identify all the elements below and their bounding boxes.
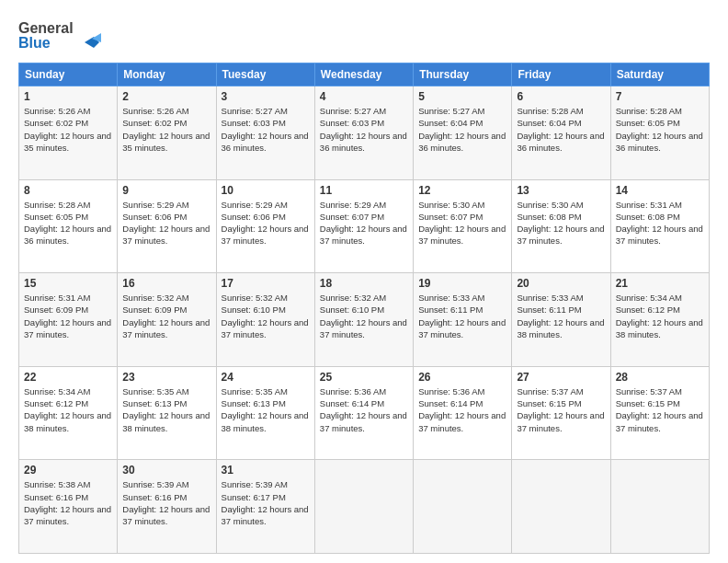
day-number: 12: [418, 184, 506, 197]
day-info: Sunrise: 5:28 AMSunset: 6:05 PMDaylight:…: [24, 199, 112, 247]
calendar-cell: 17Sunrise: 5:32 AMSunset: 6:10 PMDayligh…: [216, 273, 314, 367]
calendar-cell: 20Sunrise: 5:33 AMSunset: 6:11 PMDayligh…: [512, 273, 610, 367]
day-info: Sunrise: 5:27 AMSunset: 6:04 PMDaylight:…: [418, 105, 506, 154]
day-number: 26: [418, 371, 506, 384]
day-info: Sunrise: 5:33 AMSunset: 6:11 PMDaylight:…: [418, 292, 506, 340]
calendar-cell: 14Sunrise: 5:31 AMSunset: 6:08 PMDayligh…: [610, 179, 709, 273]
day-info: Sunrise: 5:35 AMSunset: 6:13 PMDaylight:…: [122, 385, 210, 434]
calendar-cell: [414, 460, 512, 554]
calendar-cell: 11Sunrise: 5:29 AMSunset: 6:07 PMDayligh…: [314, 179, 413, 273]
day-number: 30: [122, 464, 210, 477]
calendar-cell: 2Sunrise: 5:26 AMSunset: 6:02 PMDaylight…: [118, 86, 216, 180]
calendar-cell: 26Sunrise: 5:36 AMSunset: 6:14 PMDayligh…: [414, 366, 512, 460]
day-info: Sunrise: 5:31 AMSunset: 6:08 PMDaylight:…: [616, 199, 704, 247]
day-number: 6: [517, 90, 605, 103]
calendar-cell: 27Sunrise: 5:37 AMSunset: 6:15 PMDayligh…: [512, 366, 610, 460]
day-number: 16: [122, 277, 210, 290]
day-info: Sunrise: 5:30 AMSunset: 6:07 PMDaylight:…: [418, 199, 506, 247]
day-number: 14: [616, 184, 704, 197]
day-number: 11: [320, 184, 408, 197]
day-number: 5: [418, 90, 506, 103]
day-info: Sunrise: 5:38 AMSunset: 6:16 PMDaylight:…: [24, 478, 112, 527]
day-number: 31: [222, 464, 310, 477]
calendar-cell: 9Sunrise: 5:29 AMSunset: 6:06 PMDaylight…: [118, 179, 216, 273]
day-info: Sunrise: 5:26 AMSunset: 6:02 PMDaylight:…: [24, 105, 112, 154]
calendar-cell: [314, 460, 413, 554]
calendar-cell: 22Sunrise: 5:34 AMSunset: 6:12 PMDayligh…: [19, 366, 118, 460]
logo-svg: General Blue: [18, 17, 101, 53]
calendar-week-5: 29Sunrise: 5:38 AMSunset: 6:16 PMDayligh…: [19, 460, 710, 554]
calendar-week-1: 1Sunrise: 5:26 AMSunset: 6:02 PMDaylight…: [19, 86, 710, 180]
day-number: 13: [517, 184, 605, 197]
day-number: 10: [222, 184, 310, 197]
day-info: Sunrise: 5:28 AMSunset: 6:04 PMDaylight:…: [517, 105, 605, 154]
calendar-cell: 16Sunrise: 5:32 AMSunset: 6:09 PMDayligh…: [118, 273, 216, 367]
day-info: Sunrise: 5:28 AMSunset: 6:05 PMDaylight:…: [616, 105, 704, 154]
day-info: Sunrise: 5:26 AMSunset: 6:02 PMDaylight:…: [122, 105, 210, 154]
day-number: 9: [122, 184, 210, 197]
svg-text:General: General: [18, 20, 74, 36]
day-info: Sunrise: 5:33 AMSunset: 6:11 PMDaylight:…: [517, 292, 605, 340]
day-info: Sunrise: 5:39 AMSunset: 6:16 PMDaylight:…: [122, 478, 210, 527]
day-number: 18: [320, 277, 408, 290]
day-number: 23: [122, 371, 210, 384]
day-number: 19: [418, 277, 506, 290]
weekday-header-monday: Monday: [118, 63, 216, 86]
calendar-table: SundayMondayTuesdayWednesdayThursdayFrid…: [18, 63, 710, 554]
calendar-cell: [610, 460, 709, 554]
day-number: 29: [24, 464, 112, 477]
calendar-cell: 29Sunrise: 5:38 AMSunset: 6:16 PMDayligh…: [19, 460, 118, 554]
weekday-header-wednesday: Wednesday: [314, 63, 413, 86]
day-info: Sunrise: 5:35 AMSunset: 6:13 PMDaylight:…: [222, 385, 310, 434]
day-number: 24: [222, 371, 310, 384]
day-info: Sunrise: 5:37 AMSunset: 6:15 PMDaylight:…: [517, 385, 605, 434]
day-info: Sunrise: 5:36 AMSunset: 6:14 PMDaylight:…: [418, 385, 506, 434]
calendar-cell: 3Sunrise: 5:27 AMSunset: 6:03 PMDaylight…: [216, 86, 314, 180]
weekday-header-tuesday: Tuesday: [216, 63, 314, 86]
weekday-header-thursday: Thursday: [414, 63, 512, 86]
day-number: 17: [222, 277, 310, 290]
day-number: 7: [616, 90, 704, 103]
weekday-header-row: SundayMondayTuesdayWednesdayThursdayFrid…: [19, 63, 710, 86]
day-info: Sunrise: 5:31 AMSunset: 6:09 PMDaylight:…: [24, 292, 112, 340]
day-number: 3: [222, 90, 310, 103]
calendar-cell: 13Sunrise: 5:30 AMSunset: 6:08 PMDayligh…: [512, 179, 610, 273]
day-info: Sunrise: 5:32 AMSunset: 6:10 PMDaylight:…: [320, 292, 408, 340]
day-info: Sunrise: 5:36 AMSunset: 6:14 PMDaylight:…: [320, 385, 408, 434]
calendar-cell: 5Sunrise: 5:27 AMSunset: 6:04 PMDaylight…: [414, 86, 512, 180]
calendar-cell: 10Sunrise: 5:29 AMSunset: 6:06 PMDayligh…: [216, 179, 314, 273]
weekday-header-saturday: Saturday: [610, 63, 709, 86]
calendar-cell: 8Sunrise: 5:28 AMSunset: 6:05 PMDaylight…: [19, 179, 118, 273]
weekday-header-sunday: Sunday: [19, 63, 118, 86]
page: General Blue SundayMondayTuesdayWednesda…: [0, 0, 728, 563]
header: General Blue: [18, 17, 710, 53]
calendar-cell: 23Sunrise: 5:35 AMSunset: 6:13 PMDayligh…: [118, 366, 216, 460]
calendar-cell: 6Sunrise: 5:28 AMSunset: 6:04 PMDaylight…: [512, 86, 610, 180]
day-number: 8: [24, 184, 112, 197]
calendar-cell: 12Sunrise: 5:30 AMSunset: 6:07 PMDayligh…: [414, 179, 512, 273]
day-info: Sunrise: 5:34 AMSunset: 6:12 PMDaylight:…: [616, 292, 704, 340]
day-number: 1: [24, 90, 112, 103]
calendar-week-3: 15Sunrise: 5:31 AMSunset: 6:09 PMDayligh…: [19, 273, 710, 367]
day-info: Sunrise: 5:32 AMSunset: 6:09 PMDaylight:…: [122, 292, 210, 340]
calendar-cell: 25Sunrise: 5:36 AMSunset: 6:14 PMDayligh…: [314, 366, 413, 460]
calendar-cell: 21Sunrise: 5:34 AMSunset: 6:12 PMDayligh…: [610, 273, 709, 367]
day-number: 21: [616, 277, 704, 290]
calendar-cell: [512, 460, 610, 554]
day-number: 15: [24, 277, 112, 290]
day-info: Sunrise: 5:29 AMSunset: 6:06 PMDaylight:…: [222, 199, 310, 247]
day-info: Sunrise: 5:39 AMSunset: 6:17 PMDaylight:…: [222, 478, 310, 527]
day-info: Sunrise: 5:27 AMSunset: 6:03 PMDaylight:…: [320, 105, 408, 154]
calendar-cell: 15Sunrise: 5:31 AMSunset: 6:09 PMDayligh…: [19, 273, 118, 367]
calendar-cell: 28Sunrise: 5:37 AMSunset: 6:15 PMDayligh…: [610, 366, 709, 460]
day-number: 2: [122, 90, 210, 103]
day-number: 4: [320, 90, 408, 103]
calendar-cell: 4Sunrise: 5:27 AMSunset: 6:03 PMDaylight…: [314, 86, 413, 180]
day-number: 27: [517, 371, 605, 384]
weekday-header-friday: Friday: [512, 63, 610, 86]
day-info: Sunrise: 5:37 AMSunset: 6:15 PMDaylight:…: [616, 385, 704, 434]
day-info: Sunrise: 5:27 AMSunset: 6:03 PMDaylight:…: [222, 105, 310, 154]
day-info: Sunrise: 5:34 AMSunset: 6:12 PMDaylight:…: [24, 385, 112, 434]
calendar-week-4: 22Sunrise: 5:34 AMSunset: 6:12 PMDayligh…: [19, 366, 710, 460]
calendar-week-2: 8Sunrise: 5:28 AMSunset: 6:05 PMDaylight…: [19, 179, 710, 273]
